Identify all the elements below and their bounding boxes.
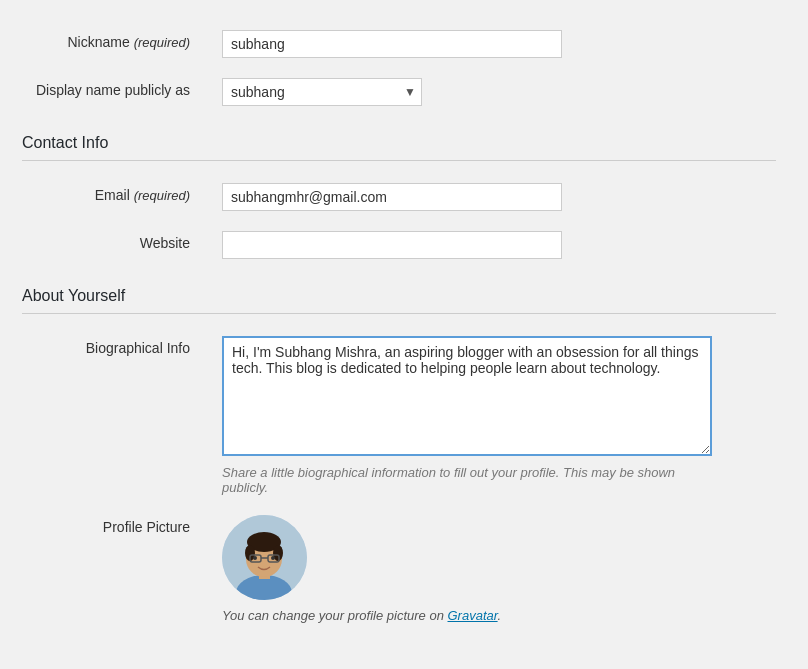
display-name-row: Display name publicly as subhang ▼: [10, 68, 788, 116]
profile-photo: [222, 515, 307, 600]
svg-point-11: [271, 556, 275, 560]
nickname-row: Nickname (required): [10, 20, 788, 68]
bio-hint: Share a little biographical information …: [222, 465, 712, 495]
profile-form: Nickname (required) Display name publicl…: [0, 0, 808, 653]
svg-point-10: [253, 556, 257, 560]
email-field-col: [210, 173, 788, 221]
contact-info-heading-col: Contact Info: [10, 116, 788, 173]
website-label: Website: [10, 221, 210, 269]
avatar: [222, 515, 307, 600]
display-name-select-wrapper: subhang ▼: [222, 78, 422, 106]
display-name-label: Display name publicly as: [10, 68, 210, 116]
about-yourself-heading-col: About Yourself: [10, 269, 788, 326]
email-row: Email (required): [10, 173, 788, 221]
email-input[interactable]: [222, 183, 562, 211]
form-table: Nickname (required) Display name publicl…: [10, 20, 788, 633]
about-yourself-heading: About Yourself: [22, 287, 776, 314]
gravatar-text: You can change your profile picture on G…: [222, 608, 776, 623]
nickname-input[interactable]: [222, 30, 562, 58]
profile-picture-label: Profile Picture: [10, 505, 210, 633]
contact-info-heading: Contact Info: [22, 134, 776, 161]
email-label: Email (required): [10, 173, 210, 221]
bio-label: Biographical Info: [10, 326, 210, 505]
profile-picture-row: Profile Picture: [10, 505, 788, 633]
bio-field-col: Share a little biographical information …: [210, 326, 788, 505]
display-name-field-col: subhang ▼: [210, 68, 788, 116]
gravatar-link[interactable]: Gravatar: [448, 608, 498, 623]
about-yourself-section-row: About Yourself: [10, 269, 788, 326]
bio-row: Biographical Info Share a little biograp…: [10, 326, 788, 505]
contact-info-section-row: Contact Info: [10, 116, 788, 173]
display-name-select[interactable]: subhang: [222, 78, 422, 106]
nickname-label: Nickname (required): [10, 20, 210, 68]
nickname-field-col: [210, 20, 788, 68]
website-field-col: [210, 221, 788, 269]
website-input[interactable]: [222, 231, 562, 259]
bio-textarea[interactable]: [222, 336, 712, 456]
website-row: Website: [10, 221, 788, 269]
profile-picture-field-col: You can change your profile picture on G…: [210, 505, 788, 633]
